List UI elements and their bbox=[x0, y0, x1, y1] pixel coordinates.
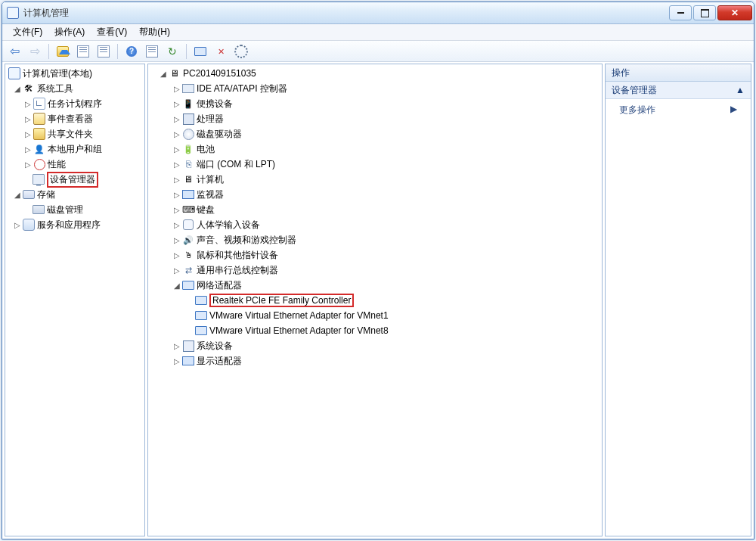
actions-header: 操作 bbox=[606, 64, 751, 82]
dev-display[interactable]: ▷显示适配器 bbox=[148, 353, 602, 368]
tree-device-manager[interactable]: 设备管理器 bbox=[5, 172, 144, 187]
actions-category-label: 设备管理器 bbox=[612, 84, 657, 97]
app-icon bbox=[7, 7, 19, 19]
dev-portable[interactable]: ▷便携设备 bbox=[148, 96, 602, 111]
nav-forward-button[interactable] bbox=[26, 42, 44, 61]
view-button[interactable] bbox=[143, 42, 161, 61]
toolbar-separator bbox=[48, 44, 49, 59]
menu-view[interactable]: 查看(V) bbox=[91, 24, 133, 40]
menu-help[interactable]: 帮助(H) bbox=[133, 24, 176, 40]
tree-event-viewer[interactable]: ▷事件查看器 bbox=[5, 111, 144, 126]
dev-cdrom[interactable]: ▷磁盘驱动器 bbox=[148, 126, 602, 141]
help-button[interactable]: ? bbox=[122, 42, 141, 61]
dev-keyboard[interactable]: ▷键盘 bbox=[148, 202, 602, 217]
collapse-icon: ▲ bbox=[736, 85, 745, 95]
scan-hardware-button[interactable] bbox=[191, 42, 209, 61]
dev-ide[interactable]: ▷IDE ATA/ATAPI 控制器 bbox=[148, 81, 602, 96]
titlebar[interactable]: 计算机管理 ✕ bbox=[2, 2, 754, 24]
realtek-nic-highlight: Realtek PCIe FE Family Controller bbox=[209, 294, 354, 307]
actions-category[interactable]: 设备管理器 ▲ bbox=[606, 82, 751, 99]
dev-monitor[interactable]: ▷监视器 bbox=[148, 187, 602, 202]
dev-network-adapter-0[interactable]: Realtek PCIe FE Family Controller bbox=[148, 293, 602, 308]
nav-back-button[interactable] bbox=[5, 42, 23, 61]
tree-system-tools[interactable]: ◢系统工具 bbox=[5, 81, 144, 96]
minimize-icon bbox=[677, 12, 684, 14]
dev-battery[interactable]: ▷电池 bbox=[148, 141, 602, 157]
menu-action[interactable]: 操作(A) bbox=[48, 24, 91, 40]
tree-local-users[interactable]: ▷本地用户和组 bbox=[5, 141, 144, 157]
menubar: 文件(F) 操作(A) 查看(V) 帮助(H) bbox=[2, 24, 754, 41]
console-tree-panel: 计算机管理(本地) ◢系统工具 ▷任务计划程序 ▷事件查看器 ▷共享文件夹 ▷本… bbox=[5, 64, 145, 536]
window-controls: ✕ bbox=[668, 5, 752, 20]
chevron-right-icon: ▶ bbox=[730, 104, 737, 117]
maximize-button[interactable] bbox=[693, 5, 716, 20]
show-hide-tree-button[interactable] bbox=[74, 42, 92, 61]
menu-file[interactable]: 文件(F) bbox=[7, 24, 48, 40]
tree-performance[interactable]: ▷性能 bbox=[5, 157, 144, 172]
dev-mouse[interactable]: ▷鼠标和其他指针设备 bbox=[148, 247, 602, 263]
device-manager-highlight: 设备管理器 bbox=[47, 172, 98, 188]
dev-usb[interactable]: ▷通用串行总线控制器 bbox=[148, 263, 602, 278]
maximize-icon bbox=[701, 9, 709, 17]
tree-root[interactable]: 计算机管理(本地) bbox=[5, 66, 144, 81]
dev-network-adapter-2[interactable]: VMware Virtual Ethernet Adapter for VMne… bbox=[148, 323, 602, 338]
client-area: 计算机管理(本地) ◢系统工具 ▷任务计划程序 ▷事件查看器 ▷共享文件夹 ▷本… bbox=[2, 61, 754, 539]
actions-more[interactable]: 更多操作 ▶ bbox=[606, 99, 751, 121]
uninstall-button[interactable] bbox=[212, 42, 230, 61]
dev-network-adapter-1[interactable]: VMware Virtual Ethernet Adapter for VMne… bbox=[148, 308, 602, 323]
device-tree-panel: ◢PC201409151035 ▷IDE ATA/ATAPI 控制器 ▷便携设备… bbox=[147, 64, 603, 536]
dev-network[interactable]: ◢网络适配器 bbox=[148, 278, 602, 293]
minimize-button[interactable] bbox=[669, 5, 692, 20]
dev-computer[interactable]: ▷计算机 bbox=[148, 172, 602, 187]
update-driver-button[interactable] bbox=[232, 42, 250, 61]
close-icon: ✕ bbox=[731, 8, 739, 18]
toolbar-separator bbox=[186, 44, 187, 59]
dev-sound[interactable]: ▷声音、视频和游戏控制器 bbox=[148, 232, 602, 247]
dev-system[interactable]: ▷系统设备 bbox=[148, 338, 602, 353]
close-button[interactable]: ✕ bbox=[717, 5, 752, 20]
actions-more-label: 更多操作 bbox=[619, 104, 655, 117]
window-title: 计算机管理 bbox=[23, 7, 668, 20]
dev-cpu[interactable]: ▷处理器 bbox=[148, 111, 602, 126]
toolbar: ? bbox=[2, 41, 754, 62]
computer-management-window: G 计算机管理 ✕ 文件(F) 操作(A) 查看(V) 帮助(H) ? bbox=[2, 2, 754, 539]
tree-storage[interactable]: ◢存储 bbox=[5, 187, 144, 202]
tree-shared-folders[interactable]: ▷共享文件夹 bbox=[5, 126, 144, 141]
tree-disk-management[interactable]: 磁盘管理 bbox=[5, 202, 144, 217]
device-tree[interactable]: ◢PC201409151035 ▷IDE ATA/ATAPI 控制器 ▷便携设备… bbox=[148, 64, 602, 536]
toolbar-separator bbox=[117, 44, 118, 59]
tree-services[interactable]: ▷服务和应用程序 bbox=[5, 217, 144, 232]
dev-root[interactable]: ◢PC201409151035 bbox=[148, 66, 602, 81]
console-tree[interactable]: 计算机管理(本地) ◢系统工具 ▷任务计划程序 ▷事件查看器 ▷共享文件夹 ▷本… bbox=[5, 64, 144, 536]
up-folder-button[interactable] bbox=[54, 42, 72, 61]
properties-button[interactable] bbox=[94, 42, 113, 61]
dev-hid[interactable]: ▷人体学输入设备 bbox=[148, 217, 602, 232]
dev-ports[interactable]: ▷端口 (COM 和 LPT) bbox=[148, 157, 602, 172]
actions-panel: 操作 设备管理器 ▲ 更多操作 ▶ bbox=[605, 64, 751, 536]
tree-task-scheduler[interactable]: ▷任务计划程序 bbox=[5, 96, 144, 111]
refresh-button[interactable] bbox=[163, 42, 181, 61]
